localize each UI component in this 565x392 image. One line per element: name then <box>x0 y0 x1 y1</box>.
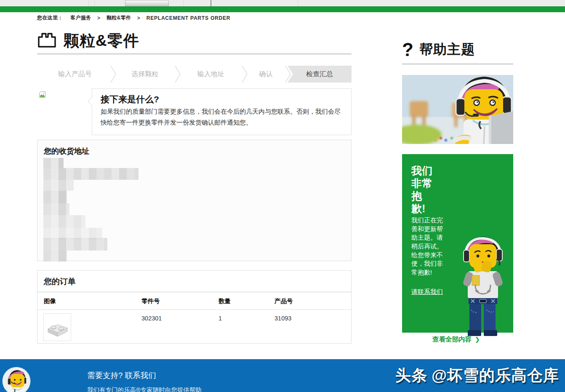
order-table-header: 图像 零件号 数量 产品号 <box>37 292 351 310</box>
support-agent-avatar <box>3 367 30 392</box>
chrome-divider <box>94 0 95 6</box>
col-quantity: 数量 <box>219 297 231 305</box>
breadcrumb-separator: > <box>97 15 100 21</box>
step-chevron-icon <box>110 66 116 83</box>
step-confirm[interactable]: 确认 <box>244 66 288 83</box>
shipping-address-card: 您的收货地址 <box>37 140 352 261</box>
help-divider <box>402 63 513 65</box>
col-image: 图像 <box>44 297 56 305</box>
breadcrumb-item-bricks-parts[interactable]: 颗粒&零件 <box>107 15 131 21</box>
breadcrumb-item-customer-service[interactable]: 客户服务 <box>70 15 91 21</box>
customer-service-minifig-photo <box>402 75 513 144</box>
breadcrumb-prefix: 您在这里： <box>37 15 63 21</box>
step-select-bricks[interactable]: 选择颗粒 <box>113 66 177 83</box>
sorry-title: 我们非常抱歉! <box>411 164 436 215</box>
view-all-label[interactable]: 查看全部内容 <box>432 336 472 343</box>
chrome-divider <box>298 0 298 6</box>
whats-next-infobox: 接下来是什么? 如果我们的质量部门需要更多信息，我们会在今后的几天内与您联系。否… <box>92 88 352 135</box>
cell-part-number: 302301 <box>141 315 162 322</box>
wizard-steps: 输入产品号 选择颗粒 输入地址 确认 检查汇总 <box>37 66 352 83</box>
help-topics-header: ? 帮助主题 <box>402 40 475 59</box>
sorry-minifig-illustration <box>456 235 510 338</box>
help-topics-title: 帮助主题 <box>419 40 475 59</box>
step-enter-address[interactable]: 输入地址 <box>177 66 244 83</box>
col-product-number: 产品号 <box>275 297 293 305</box>
step-chevron-icon <box>285 66 291 83</box>
watermark-text: 头条@坏雪的乐高仓库 <box>395 365 559 386</box>
step-enter-product-number[interactable]: 输入产品号 <box>37 66 113 83</box>
shipping-address-title: 您的收货地址 <box>37 140 351 159</box>
chrome-divider <box>183 0 184 6</box>
browser-tab[interactable] <box>125 0 169 6</box>
sorry-body: 我们正在完善和更新帮助主题。请稍后再试。给您带来不便，我们非常抱歉! <box>411 216 446 277</box>
breadcrumb-separator: > <box>137 15 140 21</box>
order-card: 您的订单 图像 零件号 数量 产品号 302301 1 31093 <box>37 270 352 344</box>
top-green-brand-bar <box>0 6 565 12</box>
col-part-number: 零件号 <box>141 297 160 305</box>
cell-product-number: 31093 <box>275 315 291 322</box>
whats-next-body: 如果我们的质量部门需要更多信息，我们会在今后的几天内与您联系。否则，我们会尽快给… <box>101 106 343 128</box>
whats-next-title: 接下来是什么? <box>101 93 343 105</box>
step-review-summary-active[interactable]: 检查汇总 <box>288 66 352 83</box>
step-chevron-icon <box>242 66 248 83</box>
question-mark-icon: ? <box>402 40 413 59</box>
order-title: 您的订单 <box>37 271 351 292</box>
broken-image-icon <box>39 91 46 100</box>
title-divider <box>37 53 352 55</box>
part-thumbnail-image <box>43 313 71 341</box>
chrome-divider <box>211 0 211 6</box>
page-title: 颗粒&零件 <box>37 30 139 51</box>
breadcrumb: 您在这里： 客户服务 > 颗粒&零件 > REPLACEMENT PARTS O… <box>37 14 230 21</box>
contact-us-link[interactable]: 请联系我们 <box>411 287 446 296</box>
chevron-right-icon: ❯ <box>475 336 480 343</box>
step-chevron-icon <box>175 66 181 83</box>
view-all-content-link[interactable]: 查看全部内容❯ <box>432 335 480 344</box>
cell-quantity: 1 <box>219 315 222 322</box>
footer-support-bar: 需要支持? 联系我们 我们有专门的乐高®专家随时向您提供帮助 头条@坏雪的乐高仓… <box>0 359 565 392</box>
help-error-panel: 我们非常抱歉! 我们正在完善和更新帮助主题。请稍后再试。给您带来不便，我们非常抱… <box>402 154 513 333</box>
footer-contact-us-link[interactable]: 需要支持? 联系我们 <box>87 370 156 381</box>
replacement-parts-order-page: 您在这里： 客户服务 > 颗粒&零件 > REPLACEMENT PARTS O… <box>0 0 565 392</box>
breadcrumb-item-current: REPLACEMENT PARTS ORDER <box>147 15 231 21</box>
browser-chrome-strip <box>0 0 565 6</box>
page-title-text: 颗粒&零件 <box>64 30 139 51</box>
chrome-divider <box>88 0 89 6</box>
table-row: 302301 1 31093 <box>37 310 351 344</box>
footer-support-subtitle: 我们有专门的乐高®专家随时向您提供帮助 <box>87 386 202 392</box>
watermark-bold: 头条 <box>395 367 427 384</box>
brick-outline-icon <box>37 32 57 50</box>
